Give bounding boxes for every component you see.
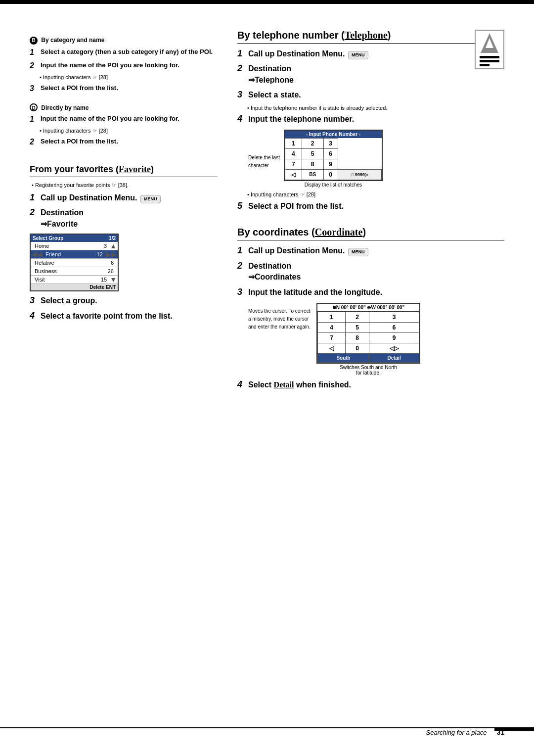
step-fav3-row: 3 Select a group. (30, 295, 218, 306)
coord-key-0: 0 (346, 343, 369, 353)
step-c2-row: 2 Select a POI from the list. (30, 137, 218, 146)
fav-home-num: 3 (102, 242, 109, 250)
step-fav3: 3 Select a group. (30, 295, 218, 306)
step-tel3-num: 3 (237, 90, 248, 100)
step-tel2-text: Destination ⇒Telephone (248, 63, 504, 86)
step-coord4-num: 4 (237, 379, 248, 390)
main-content: B By category and name 1 Select a catego… (30, 30, 504, 394)
footer-bar (494, 727, 534, 731)
page-footer: Searching for a place 31 (0, 727, 534, 736)
fav-scroll-right: ▲ (109, 242, 118, 250)
coord-key-4: 4 (318, 322, 346, 332)
step-b2: 2 Input the name of the POI you are look… (30, 61, 218, 81)
step-fav4-row: 4 Select a favorite point from the list. (30, 311, 218, 322)
tel-delete-note: Delete the lastcharacter (248, 153, 280, 169)
step-coord2-text: Destination ⇒Coordinates (248, 261, 504, 283)
step-c1-text: Input the name of the POI you are lookin… (41, 114, 218, 123)
top-bar (0, 0, 534, 4)
bullet-tel3: Input the telephone number if a state is… (247, 105, 504, 111)
circle-b-icon: B (30, 37, 38, 45)
phone-screen-wrapper: - Input Phone Number - 1 2 3 4 (284, 129, 383, 188)
step-c2-text: Select a POI from the list. (41, 137, 218, 146)
fav-next-icon: ▶▶ (105, 250, 118, 258)
step-c1-row: 1 Input the name of the POI you are look… (30, 114, 218, 124)
step-coord4-text: Select Detail when finished. (248, 379, 504, 390)
coord-key-8: 8 (346, 332, 369, 343)
step-fav2-row: 2 Destination ⇒Favorite (30, 207, 218, 230)
coord-key-1: 1 (318, 312, 346, 322)
phone-row-3: 7 8 9 (285, 159, 381, 169)
step-tel3-text: Select a state. (248, 90, 504, 100)
menu-button-fav1: MENU (140, 195, 161, 203)
bullet-b2: Inputting characters ☞ [28] (40, 74, 218, 81)
coordinates-section: By coordinates (Coordinate) 1 Call up De… (237, 227, 504, 390)
phone-key-8: 8 (302, 159, 323, 169)
coord-key-2: 2 (346, 312, 369, 322)
fav-relative-num: 6 (109, 259, 116, 267)
page: B By category and name 1 Select a catego… (0, 0, 534, 756)
coord-row-1: 1 2 3 (318, 312, 419, 322)
nav-bar-3 (480, 64, 490, 66)
coord-key-7: 7 (318, 332, 346, 343)
step-c2: 2 Select a POI from the list. (30, 137, 218, 146)
phone-row-1: 1 2 3 (285, 138, 381, 148)
nav-bar-2 (480, 60, 499, 62)
phone-key-9: 9 (323, 159, 338, 169)
phone-key-6: 6 (323, 148, 338, 159)
phone-row-4: ◁ BS 0 □ 9999▷ (285, 169, 381, 180)
fav-business-name: Business (33, 267, 106, 275)
coord-cursor-note-area: Moves the cursor. To correct a misentry,… (248, 307, 312, 331)
step-fav2: 2 Destination ⇒Favorite (30, 207, 218, 230)
telephone-title: By telephone number (Telephone) (237, 30, 504, 44)
step-coord3-num: 3 (237, 287, 248, 298)
telephone-bold-word: Telephone (345, 30, 388, 41)
favorites-bold-word: Favorite (119, 164, 151, 174)
step-b1-num: 1 (30, 47, 41, 57)
menu-button-tel: MENU (348, 51, 368, 59)
step-fav4-text: Select a favorite point from the list. (41, 311, 218, 322)
coord-south-cell: South (318, 353, 369, 362)
step-fav1: 1 Call up Destination Menu. MENU (30, 192, 218, 203)
step-tel2-row: 2 Destination ⇒Telephone (237, 63, 504, 86)
step-tel1-text: Call up Destination Menu. MENU (248, 48, 504, 59)
section-b-label: B By category and name (30, 37, 218, 45)
step-tel4-num: 4 (237, 114, 248, 125)
step-coord4-row: 4 Select Detail when finished. (237, 379, 504, 390)
step-fav3-text: Select a group. (41, 295, 218, 306)
step-coord2: 2 Destination ⇒Coordinates (237, 261, 504, 283)
step-fav1-num: 1 (30, 192, 41, 203)
fav-visit-num: 15 (99, 276, 109, 284)
step-tel3: 3 Select a state. Input the telephone nu… (237, 90, 504, 110)
circle-d-icon: D (30, 103, 38, 111)
coordinates-title: By coordinates (Coordinate) (237, 227, 504, 240)
bullet-tel4: Inputting characters ☞ [28] (247, 191, 504, 198)
coord-key-3: 3 (369, 312, 419, 322)
phone-keypad: 1 2 3 4 5 6 (285, 138, 382, 180)
fav-relative-name: Relative (33, 259, 109, 267)
fav-screen-title: Select Group (33, 236, 63, 241)
step-tel1-num: 1 (237, 48, 248, 59)
favorites-screen: Select Group 1/2 Home 3 ▲ ◀◀ Friend 1 (30, 234, 119, 291)
step-fav4: 4 Select a favorite point from the list. (30, 311, 218, 322)
step-coord1-num: 1 (237, 245, 248, 256)
tel-delete-note-area: Delete the lastcharacter (248, 129, 280, 169)
fav-row-visit: Visit 15 ▼ (31, 276, 118, 284)
phone-key-left: ◁ (285, 169, 302, 180)
coord-row-4: ◁ 0 ◁▷ (318, 343, 419, 353)
step-c2-num: 2 (30, 137, 41, 146)
coord-row-3: 7 8 9 (318, 332, 419, 343)
coord-cursor-note: Moves the cursor. To correct a misentry,… (248, 308, 311, 330)
coord-row-5: South Detail (318, 353, 419, 362)
coord-screen-title: ⊕N 00° 00' 00" ⊕W 000° 00' 00" (317, 304, 419, 312)
right-column: By telephone number (Telephone) 1 Call u… (237, 30, 504, 394)
fav-footer: Delete ENT (31, 284, 118, 290)
favorites-section: From your favorites (Favorite) • Registe… (30, 164, 218, 322)
phone-key-1: 1 (285, 138, 302, 148)
fav-screen-title-row: Select Group 1/2 (31, 235, 118, 242)
fav-prev-icon: ◀◀ (31, 250, 44, 258)
tel-screen-annotation: Delete the lastcharacter - Input Phone N… (248, 129, 504, 188)
fav-friend-name: Friend (44, 250, 95, 258)
step-b1: 1 Select a category (then a sub category… (30, 47, 218, 57)
step-tel1-row: 1 Call up Destination Menu. MENU (237, 48, 504, 59)
step-coord3: 3 Input the latitude and the longitude. … (237, 287, 504, 376)
